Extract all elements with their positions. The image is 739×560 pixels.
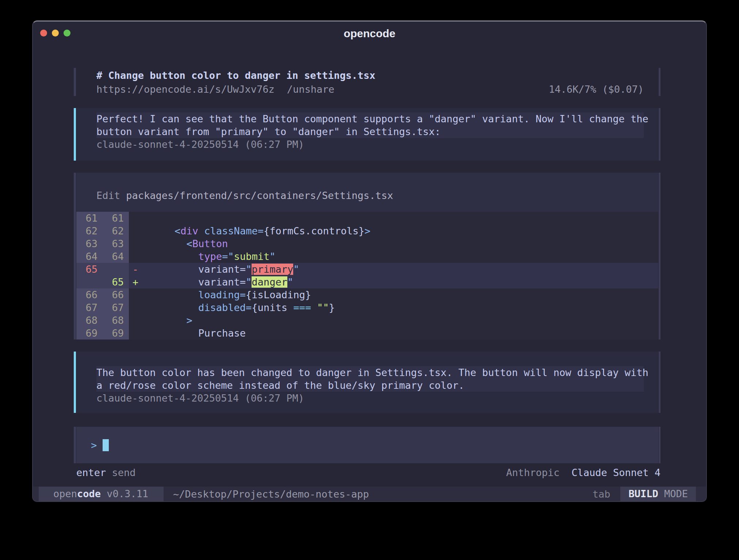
diff-old-line-number: 63 [76,237,103,250]
code-token: < [175,225,180,237]
diff-new-line-number: 68 [103,314,129,327]
diff-new-line-number: 65 [103,276,129,288]
code-token: < [187,238,192,249]
app-version: v0.3.11 [101,488,148,499]
code-token [151,238,187,249]
input-accent-right [659,427,660,463]
diff-sign [129,237,142,250]
code-token: " [287,276,293,288]
message-text: button variant from "primary" to "danger… [96,125,644,138]
code-token: "" [317,302,329,313]
code-token [151,289,198,300]
session-header-accent [74,68,76,96]
opencode-window: opencode # Change button color to danger… [32,20,707,502]
code-token: {isLoading} [246,289,311,300]
unshare-command[interactable]: /unshare [287,83,334,96]
diff-new-line-number: 66 [103,288,129,301]
code-token [311,302,317,313]
diff-old-line-number: 61 [76,212,103,225]
code-token: loading [198,289,240,300]
diff-new-line-number: 69 [103,327,129,340]
model-name: Claude Sonnet 4 [571,467,660,478]
app-version-segment: opencode v0.3.11 [39,487,164,501]
diff-new-line-number: 67 [103,301,129,314]
diff-sign: + [129,276,142,288]
enter-action-hint: send [106,466,135,479]
edit-file-path: packages/frontend/src/containers/Setting… [126,190,393,201]
app-name-open: open [53,488,77,499]
code-token: " [246,276,252,288]
message-text: a red/rose color scheme instead of the b… [96,379,644,392]
diff-old-line-number: 66 [76,288,103,301]
diff-sign [129,301,142,314]
message-accent-right [659,108,660,161]
diff-code-line: variant="primary" [142,263,658,276]
message-text: The button color has been changed to dan… [96,366,644,379]
diff-code-line: > [142,314,658,327]
diff-new-line-number: 62 [103,225,129,237]
token-usage: 14.6K/7% ($0.07) [549,83,644,96]
code-token: } [329,302,335,313]
code-token: {formCs.controls} [264,225,364,237]
diff-row: 6767 disabled={units === ""} [76,301,658,314]
tab-key-hint[interactable]: tab [593,488,610,500]
edit-tool-card: Edit packages/frontend/src/containers/Se… [74,173,660,340]
message-text: Perfect! I can see that the Button compo… [96,112,644,125]
code-token: === [293,302,311,313]
enter-key-hint: enter [76,466,106,479]
diff-row: 65+ variant="danger" [76,276,658,288]
code-token: " [246,264,252,275]
edit-action-label: Edit [96,190,126,201]
code-token: " [293,264,299,275]
session-title: # Change button color to danger in setti… [96,69,644,83]
diff-new-line-number: 61 [103,212,129,225]
diff-code-line: <div className={formCs.controls}> [142,225,658,237]
code-token: {units [252,302,293,313]
diff-row: 6666 loading={isLoading} [76,288,658,301]
input-accent [74,427,76,463]
message-accent-right [659,352,660,413]
assistant-message: The button color has been changed to dan… [74,352,660,413]
diff-code-line: type="submit" [142,250,658,263]
diff-code-line: <Button [142,237,658,250]
model-timestamp: claude-sonnet-4-20250514 (06:27 PM) [96,392,644,404]
diff-old-line-number: 62 [76,225,103,237]
code-token: type [198,251,222,262]
titlebar: opencode [33,22,706,45]
help-row: enter send Anthropic Claude Sonnet 4 [76,466,660,479]
diff-sign: - [129,263,142,276]
prompt-editor[interactable]: > [74,427,660,463]
edit-accent [74,173,76,340]
code-token: variant= [151,264,246,275]
code-token: " [269,251,275,262]
diff-old-line-number [76,276,103,288]
session-header: # Change button color to danger in setti… [74,68,660,96]
text-cursor [103,439,109,451]
code-token: = [258,225,264,237]
diff-new-line-number: 64 [103,250,129,263]
diff-row: 6161 [76,212,658,225]
diff-new-line-number: 63 [103,237,129,250]
diff-sign [129,327,142,340]
code-token [151,302,198,313]
mode-indicator[interactable]: BUILD MODE [620,487,696,501]
code-token [151,225,175,237]
assistant-message: Perfect! I can see that the Button compo… [74,108,660,161]
share-url[interactable]: https://opencode.ai/s/UwJxv76z [96,83,275,96]
diff-new-line-number [103,263,129,276]
diff-sign [129,250,142,263]
diff-row: 6868 > [76,314,658,327]
edit-file-header: Edit packages/frontend/src/containers/Se… [76,173,658,212]
diff-row: 6969 Purchase [76,327,658,340]
diff-sign [129,314,142,327]
code-token: = [222,251,228,262]
diff-code-line: loading={isLoading} [142,288,658,301]
edit-accent-right [659,173,660,340]
code-token [198,225,204,237]
diff-sign [129,288,142,301]
code-token: Button [192,238,228,249]
diff-code-line: variant="danger" [142,276,658,288]
message-accent [74,352,76,413]
diff-code-line: disabled={units === ""} [142,301,658,314]
diff-old-line-number: 69 [76,327,103,340]
